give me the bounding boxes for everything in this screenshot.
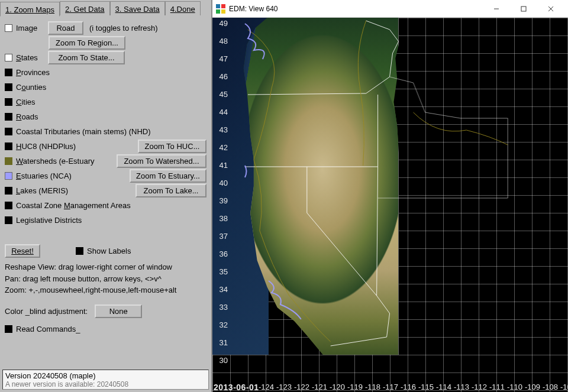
layer-roads[interactable]: Roads (5, 109, 206, 124)
checkbox-states[interactable] (5, 54, 12, 61)
label-counties: Counties (16, 83, 46, 92)
layer-provinces[interactable]: Provinces (5, 65, 206, 79)
reset-button[interactable]: Reset! (5, 244, 40, 258)
lat-label: 32 (214, 320, 228, 329)
status-bar: Version 20240508 (maple) A newer version… (2, 370, 209, 390)
zoom-lake-button[interactable]: Zoom To Lake... (135, 184, 206, 197)
zoom-region-button[interactable]: Zoom To Region... (49, 36, 125, 50)
map-canvas[interactable]: 4948474645444342414039383736353433323130… (212, 18, 568, 392)
lon-label: -113 (454, 383, 469, 391)
app-root: 1. Zoom Maps 2. Get Data 3. Save Data 4.… (0, 0, 568, 392)
tab-done[interactable]: 4.Done (165, 1, 201, 15)
label-coastal-trib: Coastal Tributaries (main stems) (NHD) (16, 127, 151, 136)
lat-label: 41 (214, 161, 228, 170)
layer-cities[interactable]: Cities (5, 95, 206, 109)
lat-label: 42 (214, 143, 228, 152)
zoom-estuary-button[interactable]: Zoom To Estuary... (130, 169, 206, 183)
label-watersheds[interactable]: Watersheds (e-Estuary (16, 157, 117, 166)
lon-label: -112 (472, 383, 487, 391)
checkbox-image[interactable] (5, 24, 12, 32)
lat-label: 33 (214, 303, 228, 312)
road-button[interactable]: Road (48, 21, 83, 35)
svg-rect-1 (521, 7, 526, 11)
titlebar[interactable]: EDM: View 640 (212, 0, 568, 18)
zoom-huc-button[interactable]: Zoom To HUC... (138, 140, 206, 153)
layer-coastal-trib[interactable]: Coastal Tributaries (main stems) (NHD) (5, 124, 206, 138)
lat-label: 47 (214, 54, 228, 63)
zoom-watershed-button[interactable]: Zoom To Watershed... (117, 154, 206, 168)
tab-save-data[interactable]: 3. Save Data (110, 1, 165, 15)
lat-label: 49 (214, 19, 228, 28)
swatch-watersheds[interactable] (5, 157, 12, 165)
viewer-window: EDM: View 640 (212, 0, 568, 392)
swatch-provinces (5, 69, 12, 76)
maximize-icon (521, 6, 527, 12)
swatch-huc8[interactable] (5, 142, 12, 150)
close-icon (548, 6, 554, 12)
swatch-lakes[interactable] (5, 187, 12, 195)
help-line-1: Reshape View: drag lower-right corner of… (5, 261, 206, 273)
label-lakes[interactable]: Lakes (MERIS) (16, 186, 135, 195)
lon-label: -116 (401, 383, 416, 391)
lon-label: -117 (383, 383, 398, 391)
lat-label: 31 (214, 338, 228, 347)
zoom-state-button[interactable]: Zoom To State... (48, 51, 125, 64)
layer-huc8: HUC8 (NHDPlus) Zoom To HUC... (5, 139, 206, 153)
swatch-czma (5, 202, 12, 209)
label-read-commands: Read Commands_ (16, 325, 80, 333)
lat-label: 30 (214, 356, 228, 365)
swatch-roads (5, 113, 12, 121)
layer-czma[interactable]: Coastal Zone Management Areas (5, 198, 206, 212)
image-row: Image Road (i toggles to refresh) (5, 21, 206, 35)
lat-label: 48 (214, 37, 228, 46)
reset-row: Reset! Show Labels (5, 244, 206, 258)
label-states: States (16, 53, 48, 62)
app-icon (216, 4, 225, 14)
colorblind-button[interactable]: None (95, 304, 142, 318)
layer-legislative[interactable]: Legislative Districts (5, 213, 206, 227)
swatch-estuaries[interactable] (5, 172, 12, 180)
lat-label: 40 (214, 179, 228, 187)
close-button[interactable] (537, 0, 564, 18)
minimize-button[interactable] (483, 0, 510, 18)
maximize-button[interactable] (510, 0, 537, 18)
read-commands-row[interactable]: Read Commands_ (5, 322, 206, 336)
label-provinces: Provinces (16, 68, 50, 77)
lon-label: -108 (543, 383, 558, 391)
lon-label: -114 (436, 383, 451, 391)
lon-label: -123 (276, 383, 292, 391)
lon-label: -120 (330, 383, 345, 391)
swatch-show-labels[interactable] (76, 247, 83, 255)
window-buttons (483, 0, 564, 18)
lon-label: -109 (525, 383, 540, 391)
panel-body: Image Road (i toggles to refresh) Zoom T… (0, 17, 211, 370)
label-legislative: Legislative Districts (16, 216, 82, 225)
colorblind-row: Color _blind adjustment: None (5, 304, 206, 319)
lon-label: -115 (418, 383, 434, 391)
lon-label: -118 (365, 383, 380, 391)
layer-estuaries: Estuaries (NCA) Zoom To Estuary... (5, 169, 206, 183)
label-huc8[interactable]: HUC8 (NHDPlus) (16, 142, 138, 151)
label-roads: Roads (16, 112, 38, 121)
states-row: States Zoom To State... (5, 50, 206, 64)
tab-zoom-maps[interactable]: 1. Zoom Maps (0, 2, 60, 17)
lat-label: 46 (214, 72, 228, 81)
lon-label: -122 (294, 383, 309, 391)
lon-label: -124 (259, 383, 274, 391)
image-hint: (i toggles to refresh) (89, 24, 158, 33)
zoom-region-row: Zoom To Region... (5, 35, 206, 50)
lat-label: 37 (214, 232, 228, 241)
lon-label: -111 (489, 383, 505, 391)
swatch-cities (5, 98, 12, 106)
tab-get-data[interactable]: 2. Get Data (60, 1, 109, 15)
label-czma: Coastal Zone Management Areas (16, 201, 131, 210)
layer-counties[interactable]: Counties (5, 80, 206, 94)
lon-label: -107 (560, 383, 568, 391)
label-cities: Cities (16, 98, 36, 106)
swatch-coastal-trib (5, 128, 12, 135)
swatch-read-commands (5, 325, 12, 333)
status-line-2: A newer version is available: 20240508 (5, 380, 206, 388)
lat-label: 35 (214, 267, 228, 276)
lat-label: 38 (214, 214, 228, 223)
label-estuaries[interactable]: Estuaries (NCA) (16, 171, 130, 180)
